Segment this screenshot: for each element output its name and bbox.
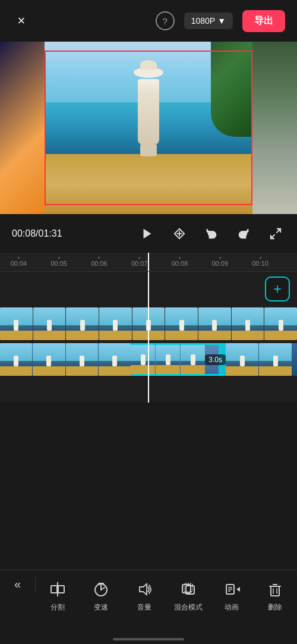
toolbar-delete[interactable]: 删除 (254, 577, 297, 615)
animation-label: 动画 (225, 602, 239, 612)
bottom-toolbar: « 分割 变速 (0, 570, 297, 626)
timeline-ruler: 00:04 00:05 00:06 00:07 00:08 00:09 00:1… (0, 253, 297, 272)
sec-thumb-1 (33, 343, 65, 376)
ruler-mark-6: 00:10 (252, 257, 268, 267)
header-right: ? 1080P ▼ 导出 (156, 10, 285, 32)
ruler-mark-4: 00:08 (172, 257, 188, 267)
thumb-6 (198, 307, 231, 340)
ruler-mark-0: 00:04 (11, 257, 27, 267)
right-thumb-0 (226, 343, 258, 376)
control-icons (138, 224, 285, 243)
thumb-1 (33, 307, 66, 340)
ruler-mark-3: 00:07 (131, 257, 148, 267)
duration-badge: 3.0s (205, 354, 226, 365)
back-chevron-icon: « (14, 577, 21, 591)
svg-rect-7 (51, 586, 57, 593)
person-hat (134, 67, 163, 78)
toolbar-speed[interactable]: 变速 (79, 577, 122, 615)
volume-icon (135, 580, 154, 599)
controls-bar: 00:08/01:31 (0, 214, 297, 253)
split-label: 分割 (50, 602, 65, 612)
video-preview (0, 42, 297, 214)
animation-icon (222, 580, 241, 599)
redo-button[interactable] (234, 224, 253, 243)
right-thumb-1 (259, 343, 292, 376)
sel-thumb-0 (131, 345, 155, 374)
preview-main (45, 42, 252, 214)
ruler-mark-2: 00:06 (91, 257, 108, 267)
delete-icon (266, 580, 285, 599)
sel-thumb-1 (156, 345, 180, 374)
blend-label: 混合模式 (174, 602, 203, 612)
toolbar-back-button[interactable]: « (0, 577, 36, 591)
time-total: 01:31 (39, 228, 62, 238)
add-clip-button[interactable]: + (265, 277, 290, 301)
playhead-ruler (148, 253, 149, 271)
speed-label: 变速 (94, 602, 108, 612)
ruler-marks: 00:04 00:05 00:06 00:07 00:08 00:09 00:1… (5, 253, 292, 271)
preview-bg-left (0, 42, 50, 214)
sec-thumb-3 (99, 343, 131, 376)
thumb-3 (99, 307, 132, 340)
track-seg-selected: 3.0s (131, 343, 226, 376)
sec-thumb-2 (66, 343, 98, 376)
toolbar-split[interactable]: 分割 (36, 577, 79, 615)
timeline-container: + (0, 272, 297, 403)
play-button[interactable] (138, 224, 157, 243)
split-icon (48, 580, 67, 599)
timeline-playhead (148, 272, 149, 403)
sec-thumb-0 (0, 343, 32, 376)
thumb-7 (232, 307, 264, 340)
track-seg-left (0, 343, 131, 376)
preview-bg-right (252, 42, 297, 214)
delete-label: 删除 (268, 602, 282, 612)
person-body (138, 79, 159, 144)
resolution-button[interactable]: 1080P ▼ (184, 12, 233, 29)
toolbar-animation[interactable]: 动画 (210, 577, 253, 615)
thumb-0 (0, 307, 33, 340)
svg-rect-22 (271, 586, 279, 596)
svg-rect-8 (58, 586, 64, 593)
thumb-2 (66, 307, 99, 340)
svg-marker-18 (236, 587, 240, 592)
time-display: 00:08/01:31 (12, 228, 83, 239)
preview-tree (211, 42, 252, 137)
svg-marker-13 (140, 584, 147, 595)
close-button[interactable]: × (12, 11, 31, 30)
undo-button[interactable] (202, 224, 221, 243)
preview-sand (45, 154, 252, 215)
svg-marker-0 (144, 228, 151, 238)
track-seg-right (226, 343, 297, 376)
home-indicator (113, 638, 184, 640)
speed-icon (91, 580, 110, 599)
thumb-8 (264, 307, 297, 340)
volume-label: 音量 (137, 602, 151, 612)
sel-thumb-2 (181, 345, 205, 374)
header: × ? 1080P ▼ 导出 (0, 0, 297, 42)
thumb-5 (165, 307, 198, 340)
export-button[interactable]: 导出 (242, 10, 285, 32)
toolbar-blend[interactable]: 混合模式 (166, 577, 210, 615)
header-left: × (12, 11, 31, 30)
ruler-mark-5: 00:09 (211, 257, 228, 267)
fullscreen-button[interactable] (266, 224, 285, 243)
time-current: 00:08 (12, 228, 36, 238)
ruler-mark-1: 00:05 (50, 257, 67, 267)
keyframe-button[interactable] (170, 224, 189, 243)
blend-icon (179, 580, 198, 599)
help-button[interactable]: ? (156, 11, 175, 30)
preview-person (125, 67, 172, 162)
toolbar-volume[interactable]: 音量 (123, 577, 166, 615)
